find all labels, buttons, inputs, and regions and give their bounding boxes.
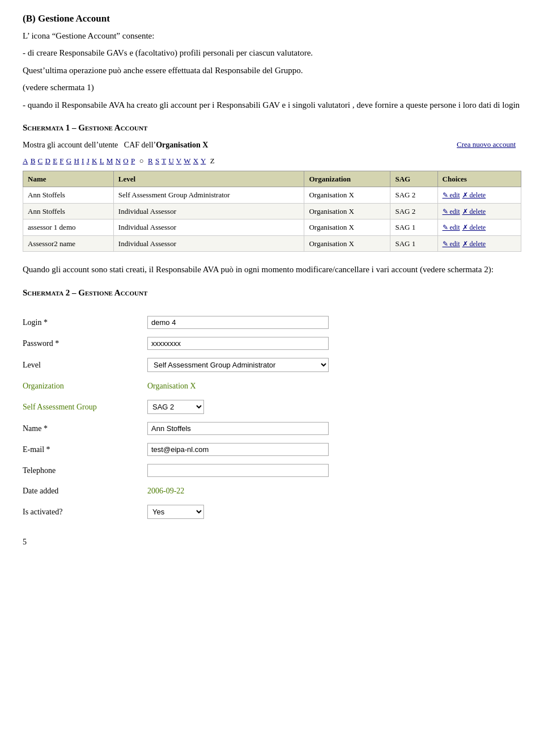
name-input[interactable] — [147, 422, 329, 435]
alpha-E[interactable]: E — [53, 157, 57, 165]
form-section: Login * Password * Level Self Assessment… — [23, 316, 521, 519]
cell-level: Individual Assessor — [113, 203, 304, 219]
alpha-D[interactable]: D — [45, 157, 50, 165]
table-row: assessor 1 demoIndividual AssessorOrgani… — [23, 219, 521, 236]
alpha-Z: Z — [209, 157, 215, 165]
is-activated-select[interactable]: Yes — [147, 505, 204, 519]
password-label: Password * — [23, 337, 147, 349]
cell-organization: Organisation X — [304, 235, 390, 252]
cell-level: Individual Assessor — [113, 235, 304, 252]
cell-sag: SAG 1 — [390, 235, 437, 252]
edit-link[interactable]: ✎ edit — [443, 240, 460, 248]
alpha-I[interactable]: I — [82, 157, 84, 165]
cell-level: Self Assessment Group Administrator — [113, 187, 304, 204]
alpha-X[interactable]: X — [193, 157, 198, 165]
cell-choices: ✎ edit✗ delete — [437, 187, 521, 204]
cell-name: Assessor2 name — [23, 235, 114, 252]
telephone-label: Telephone — [23, 464, 147, 476]
alpha-J[interactable]: J — [87, 157, 90, 165]
org-label: Organisation X — [156, 141, 208, 149]
alpha-T[interactable]: T — [162, 157, 166, 165]
name-label: Name * — [23, 423, 147, 434]
password-input[interactable] — [147, 337, 329, 350]
login-label: Login * — [23, 316, 147, 328]
level-select[interactable]: Self Assessment Group Administrator — [147, 358, 329, 372]
alpha-G[interactable]: G — [66, 157, 71, 165]
name-row: Name * — [23, 422, 521, 435]
edit-link[interactable]: ✎ edit — [443, 223, 460, 231]
table-row: Assessor2 nameIndividual AssessorOrganis… — [23, 235, 521, 252]
delete-link[interactable]: ✗ delete — [462, 240, 486, 248]
alphabet-nav: A B C D E F G H I J K L M N O P ○ R S T … — [23, 154, 521, 167]
col-name: Name — [23, 171, 114, 187]
cell-choices: ✎ edit✗ delete — [437, 219, 521, 236]
cell-organization: Organisation X — [304, 203, 390, 219]
sag-select[interactable]: SAG 2 — [147, 400, 204, 414]
organization-value: Organisation X — [147, 380, 196, 392]
para3: (vedere schermata 1) — [23, 81, 521, 94]
cell-name: Ann Stoffels — [23, 203, 114, 219]
para4: Quando gli account sono stati creati, il… — [23, 263, 521, 276]
alpha-K[interactable]: K — [92, 157, 97, 165]
alpha-Y[interactable]: Y — [201, 157, 206, 165]
schermata2-heading: Schermata 2 – Gestione Account — [23, 286, 521, 299]
col-level: Level — [113, 171, 304, 187]
alpha-S[interactable]: S — [155, 157, 159, 165]
cell-name: assessor 1 demo — [23, 219, 114, 236]
login-row: Login * — [23, 316, 521, 329]
level-label: Level — [23, 359, 147, 371]
cell-organization: Organisation X — [304, 219, 390, 236]
cell-name: Ann Stoffels — [23, 187, 114, 204]
login-input[interactable] — [147, 316, 329, 329]
schermata1-heading: Schermata 1 – Gestione Account — [23, 121, 521, 134]
alpha-N[interactable]: N — [116, 157, 121, 165]
alpha-F[interactable]: F — [60, 157, 63, 165]
organization-row: Organization Organisation X — [23, 380, 521, 392]
email-label: E-mail * — [23, 444, 147, 455]
alpha-H[interactable]: H — [74, 157, 79, 165]
alpha-A[interactable]: A — [23, 157, 28, 165]
delete-link[interactable]: ✗ delete — [462, 208, 486, 216]
edit-link[interactable]: ✎ edit — [443, 191, 460, 199]
alpha-B[interactable]: B — [31, 157, 36, 165]
col-organization: Organization — [304, 171, 390, 187]
cell-sag: SAG 1 — [390, 219, 437, 236]
alpha-M[interactable]: M — [107, 157, 113, 165]
alpha-P[interactable]: P — [131, 157, 135, 165]
alpha-U[interactable]: U — [168, 157, 173, 165]
para3b: - quando il Responsabile AVA ha creato g… — [23, 99, 521, 112]
para2: Quest’ultima operazione può anche essere… — [23, 64, 521, 77]
alpha-O[interactable]: O — [123, 157, 128, 165]
sag-label: Self Assessment Group — [23, 401, 147, 413]
para1: L’ icona “Gestione Account” consente: — [23, 29, 521, 43]
alpha-R[interactable]: R — [148, 157, 153, 165]
email-row: E-mail * — [23, 443, 521, 456]
date-added-row: Date added 2006-09-22 — [23, 485, 521, 497]
cell-sag: SAG 2 — [390, 203, 437, 219]
account-table: Name Level Organization SAG Choices Ann … — [23, 171, 521, 252]
crea-nuovo-account-link[interactable]: Crea nuovo account — [457, 139, 516, 150]
telephone-row: Telephone — [23, 464, 521, 477]
date-added-label: Date added — [23, 485, 147, 497]
col-sag: SAG — [390, 171, 437, 187]
mostra-text: Mostra gli account dell’utente CAF dell’… — [23, 139, 521, 151]
email-input[interactable] — [147, 443, 329, 456]
cell-choices: ✎ edit✗ delete — [437, 203, 521, 219]
table-row: Ann StoffelsSelf Assessment Group Admini… — [23, 187, 521, 204]
telephone-input[interactable] — [147, 464, 329, 477]
alpha-W[interactable]: W — [184, 157, 190, 165]
mostra-label: Mostra gli account dell’utente — [23, 141, 118, 149]
alpha-C[interactable]: C — [38, 157, 43, 165]
alpha-separator: ○ — [137, 157, 145, 165]
is-activated-row: Is activated? Yes — [23, 505, 521, 519]
alpha-L[interactable]: L — [100, 157, 104, 165]
sag-row: Self Assessment Group SAG 2 — [23, 400, 521, 414]
cell-level: Individual Assessor — [113, 219, 304, 236]
delete-link[interactable]: ✗ delete — [462, 191, 486, 199]
is-activated-label: Is activated? — [23, 506, 147, 518]
alpha-V[interactable]: V — [176, 157, 181, 165]
delete-link[interactable]: ✗ delete — [462, 223, 486, 231]
edit-link[interactable]: ✎ edit — [443, 208, 460, 216]
date-added-value: 2006-09-22 — [147, 485, 184, 497]
bullet1: - di creare Responsabile GAVs e (facolta… — [23, 47, 521, 60]
